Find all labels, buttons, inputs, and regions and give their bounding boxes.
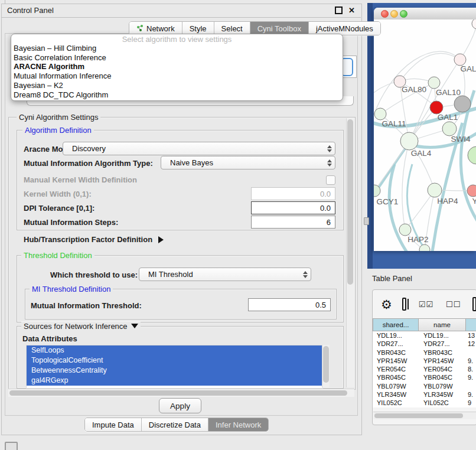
collapse-arrow-icon[interactable]	[131, 324, 138, 328]
tab-network[interactable]: Network	[129, 22, 182, 35]
network-node-label: HAP2	[407, 235, 428, 244]
table-cell: YBR045C	[419, 373, 466, 381]
table-cell: YDL19...	[419, 331, 466, 340]
settings-horizontal-scrollbar[interactable]	[8, 389, 354, 397]
tab-impute-data[interactable]: Impute Data	[85, 418, 142, 431]
network-node-y[interactable]	[467, 185, 476, 197]
apply-button[interactable]: Apply	[159, 398, 201, 413]
kernel-width-value: 0.0	[320, 190, 331, 198]
tab-cyni-toolbox[interactable]: Cyni Toolbox	[250, 22, 309, 35]
hub-tf-definition-row[interactable]: Hub/Transcription Factor Definition	[24, 235, 164, 244]
tab-style[interactable]: Style	[182, 22, 214, 35]
column-header[interactable]	[466, 318, 476, 331]
select-all-checks-icon[interactable]: ☑☑	[419, 300, 433, 309]
network-node-hap2[interactable]	[399, 224, 411, 236]
settings-vertical-scrollbar-thumb[interactable]	[347, 119, 353, 285]
attributes-list-scrollbar-thumb[interactable]	[323, 346, 329, 383]
data-attribute-item[interactable]: TopologicalCoefficient	[27, 356, 322, 366]
dpi-tolerance-field[interactable]: 0.0	[251, 201, 335, 214]
application-screen: Control Panel ✕ NetworkStyleSelectCyni T…	[0, 0, 476, 450]
network-node-gal1[interactable]	[430, 101, 443, 114]
tab-discretize-data[interactable]: Discretize Data	[142, 418, 208, 431]
table-cell: YPR145W	[419, 357, 466, 365]
table-row[interactable]: YIL052CYIL052C9	[373, 399, 476, 407]
table-cell	[466, 382, 476, 390]
sources-group-header[interactable]: Sources for Network Inference	[21, 322, 141, 331]
mi-threshold-field[interactable]: 0.5	[248, 298, 331, 311]
which-threshold-combo[interactable]: MI Threshold	[139, 268, 311, 281]
data-attribute-item[interactable]: gal4RGexp	[27, 376, 322, 386]
tab-infer-network[interactable]: Infer Network	[208, 418, 268, 431]
network-node-gal[interactable]	[454, 54, 466, 66]
expand-arrow-icon[interactable]	[158, 236, 164, 243]
table-row[interactable]: YDL19...YDL19...13	[373, 331, 476, 340]
algorithm-option[interactable]: Bayesian – Hill Climbing	[11, 44, 343, 53]
kernel-width-field[interactable]: 0.0	[251, 187, 335, 200]
network-node[interactable]	[419, 244, 430, 251]
table-row[interactable]: YBR045CYBR045C9.	[373, 373, 476, 381]
network-node-gal11[interactable]	[374, 108, 386, 120]
manual-kernel-width-checkbox[interactable]	[326, 175, 335, 185]
algorithm-option[interactable]: Basic Correlation Inference	[11, 53, 343, 63]
table-row[interactable]: YPR145WYPR145W9.	[373, 357, 476, 365]
mi-threshold-definition-title: MI Threshold Definition	[30, 285, 113, 294]
table-header-row: shared...name	[373, 318, 476, 331]
table-row[interactable]: YBR043CYBR043C	[373, 348, 476, 357]
network-node[interactable]	[454, 96, 471, 112]
document-icon[interactable]	[472, 297, 476, 311]
algorithm-option[interactable]: ARACNE Algorithm	[11, 62, 343, 71]
deselect-all-checks-icon[interactable]: ☐☐	[446, 300, 461, 309]
table-cell: YER054C	[373, 365, 419, 373]
network-node-label: Y	[472, 197, 476, 206]
panel-splitter-handle[interactable]	[364, 217, 369, 225]
network-node-label: GAL1	[438, 113, 458, 122]
control-panel-titlebar: Control Panel ✕	[1, 4, 361, 18]
table-cell: YBR043C	[373, 348, 419, 357]
tab-select[interactable]: Select	[214, 22, 250, 35]
column-header[interactable]: shared...	[373, 318, 419, 331]
table-horizontal-scrollbar[interactable]	[373, 412, 476, 419]
tab-jactivemnodules[interactable]: jActiveMNodules	[309, 22, 380, 35]
network-node-hap4[interactable]	[428, 183, 442, 197]
zoom-traffic-light-icon[interactable]	[400, 10, 407, 18]
table-row[interactable]: YLR345WYLR345W9.	[373, 390, 476, 399]
network-node-swi4[interactable]	[442, 122, 457, 136]
table-row[interactable]: YBL079WYBL079W	[373, 382, 476, 390]
network-node[interactable]	[472, 19, 476, 29]
attributes-list-scrollbar[interactable]	[322, 345, 330, 387]
close-traffic-light-icon[interactable]	[381, 10, 389, 18]
settings-vertical-scrollbar[interactable]	[346, 118, 354, 387]
gear-icon[interactable]: ⚙	[381, 298, 392, 311]
data-attributes-list[interactable]: SelfLoopsTopologicalCoefficientBetweenne…	[26, 345, 323, 389]
network-window-titlebar[interactable]	[374, 8, 476, 20]
table-panel-title: Table Panel	[372, 274, 412, 283]
table-body: YDL19...YDL19...13YDR27...YDR27...12YBR0…	[373, 331, 476, 407]
algorithm-option[interactable]: Dream8 DC_TDC Algorithm	[11, 90, 343, 100]
algorithm-option[interactable]: Mutual Information Inference	[11, 71, 343, 81]
network-canvas[interactable]: GALGAL80GAL10GAL1GAL11SWI4GAL4GCY1HAP4YH…	[374, 19, 476, 251]
column-header[interactable]: name	[419, 318, 466, 331]
table-cell: 9.	[466, 357, 476, 365]
algorithm-option-list: Bayesian – Hill ClimbingBasic Correlatio…	[11, 44, 343, 99]
table-row[interactable]: YER054CYER054C8.	[373, 365, 476, 373]
float-window-icon[interactable]	[335, 6, 343, 14]
minimize-traffic-light-icon[interactable]	[390, 10, 398, 18]
table-row[interactable]: YDR27...YDR27...12	[373, 340, 476, 348]
data-attribute-item[interactable]: SelfLoops	[27, 345, 322, 356]
mi-steps-field[interactable]: 6	[251, 216, 335, 229]
network-node[interactable]	[468, 146, 476, 164]
algorithm-option[interactable]: Bayesian – K2	[11, 81, 343, 90]
network-node-gal10[interactable]	[428, 77, 440, 89]
table-cell: YBR043C	[419, 348, 466, 357]
table-cell: YLR345W	[373, 390, 419, 399]
split-columns-icon[interactable]	[402, 298, 406, 311]
settings-horizontal-scrollbar-thumb[interactable]	[9, 390, 347, 396]
network-node-gal4[interactable]	[400, 132, 418, 150]
table-horizontal-scrollbar-thumb[interactable]	[374, 413, 463, 418]
hub-tf-definition-label: Hub/Transcription Factor Definition	[24, 235, 152, 244]
close-window-icon[interactable]: ✕	[348, 8, 355, 14]
data-attribute-item[interactable]: BetweennessCentrality	[27, 366, 322, 376]
collapsed-panel-button[interactable]	[5, 442, 18, 450]
aracne-mode-combo[interactable]: Discovery	[63, 142, 335, 155]
mi-algorithm-type-combo[interactable]: Naive Bayes	[161, 156, 335, 169]
